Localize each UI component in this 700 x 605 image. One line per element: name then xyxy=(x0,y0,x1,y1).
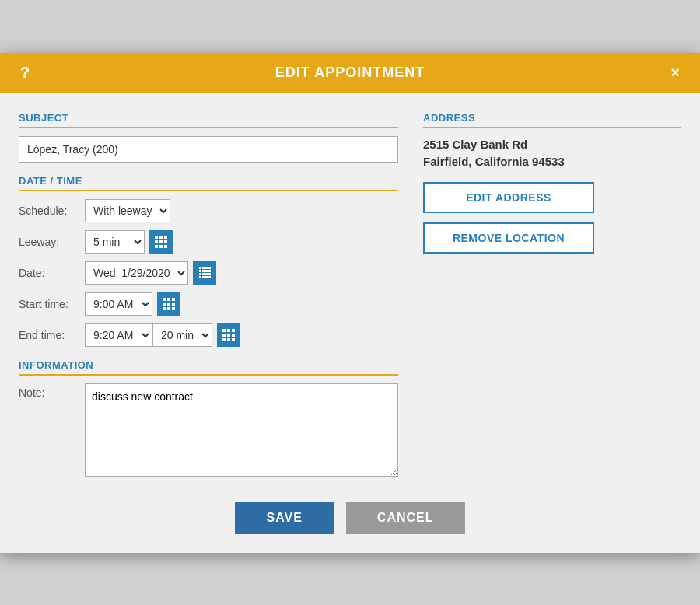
help-button[interactable]: ? xyxy=(12,64,37,82)
cancel-button[interactable]: CANCEL xyxy=(346,502,465,534)
edit-address-button[interactable]: EDIT ADDRESS xyxy=(423,182,594,213)
subject-label: SUBJECT xyxy=(19,112,398,128)
duration-select[interactable]: 5 min 10 min 15 min 20 min 30 min 45 min… xyxy=(152,323,212,347)
schedule-row: Schedule: With leeway Exact time All day xyxy=(19,199,398,222)
endtime-label: End time: xyxy=(19,329,85,341)
schedule-label: Schedule: xyxy=(19,205,85,217)
note-textarea[interactable]: discuss new contract xyxy=(85,383,398,477)
left-column: SUBJECT DATE / TIME Schedule: With leewa… xyxy=(19,112,398,477)
endtime-select[interactable]: 9:20 AM xyxy=(85,323,152,347)
information-section: INFORMATION Note: discuss new contract xyxy=(19,359,398,477)
remove-location-button[interactable]: REMOVE LOCATION xyxy=(423,222,594,254)
address-section: ADDRESS 2515 Clay Bank Rd Fairfield, Cal… xyxy=(423,112,681,254)
close-button[interactable]: × xyxy=(663,64,688,82)
starttime-keyboard-button[interactable] xyxy=(157,292,180,316)
starttime-select[interactable]: 9:00 AM xyxy=(85,292,152,316)
date-label: Date: xyxy=(19,267,85,279)
information-label: INFORMATION xyxy=(19,359,398,376)
dialog-header: ? EDIT APPOINTMENT × xyxy=(0,53,700,93)
note-row: Note: discuss new contract xyxy=(19,383,398,477)
address-label: ADDRESS xyxy=(423,112,681,128)
address-line2: Fairfield, California 94533 xyxy=(423,155,565,168)
datetime-label: DATE / TIME xyxy=(19,175,398,191)
dialog-body: SUBJECT DATE / TIME Schedule: With leewa… xyxy=(0,93,700,489)
schedule-select[interactable]: With leeway Exact time All day xyxy=(85,199,170,222)
keyboard-icon-2 xyxy=(163,298,175,310)
starttime-row: Start time: 9:00 AM xyxy=(19,292,398,316)
date-row: Date: Wed, 1/29/2020 xyxy=(19,261,398,285)
dialog-title: EDIT APPOINTMENT xyxy=(37,65,663,81)
save-button[interactable]: SAVE xyxy=(235,502,333,534)
endtime-row: End time: 9:20 AM 5 min 10 min 15 min 20… xyxy=(19,323,398,347)
endtime-group: 9:20 AM 5 min 10 min 15 min 20 min 30 mi… xyxy=(85,323,212,347)
calendar-grid-icon xyxy=(199,267,211,278)
leeway-keyboard-button[interactable] xyxy=(149,230,173,254)
keyboard-icon-3 xyxy=(222,329,235,341)
subject-input[interactable] xyxy=(19,136,398,163)
dialog-footer: SAVE CANCEL xyxy=(0,489,700,553)
address-line1: 2515 Clay Bank Rd xyxy=(423,138,527,151)
starttime-label: Start time: xyxy=(19,298,85,310)
leeway-select[interactable]: 1 min 5 min 10 min 15 min 30 min xyxy=(85,230,145,254)
right-column: ADDRESS 2515 Clay Bank Rd Fairfield, Cal… xyxy=(417,112,681,477)
datetime-section: DATE / TIME Schedule: With leeway Exact … xyxy=(19,175,398,347)
leeway-row: Leeway: 1 min 5 min 10 min 15 min 30 min xyxy=(19,230,398,254)
date-calendar-button[interactable] xyxy=(193,261,216,285)
keyboard-icon xyxy=(155,236,167,248)
leeway-label: Leeway: xyxy=(19,236,85,248)
date-select[interactable]: Wed, 1/29/2020 xyxy=(85,261,188,285)
address-text: 2515 Clay Bank Rd Fairfield, California … xyxy=(423,136,681,171)
note-label: Note: xyxy=(19,383,85,399)
endtime-keyboard-button[interactable] xyxy=(217,323,240,347)
edit-appointment-dialog: ? EDIT APPOINTMENT × SUBJECT DATE / TIME… xyxy=(0,53,700,553)
